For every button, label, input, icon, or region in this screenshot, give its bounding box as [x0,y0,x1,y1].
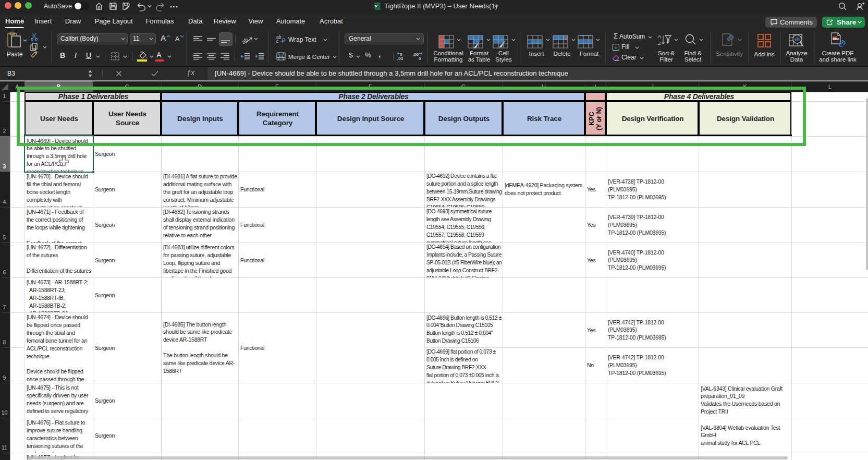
svg-text:A: A [658,34,661,39]
svg-text:Z: Z [658,41,661,46]
svg-text:0: 0 [419,56,421,60]
svg-text:PDF: PDF [833,38,839,41]
svg-text:.00: .00 [413,52,419,57]
svg-text:.00: .00 [397,56,404,60]
